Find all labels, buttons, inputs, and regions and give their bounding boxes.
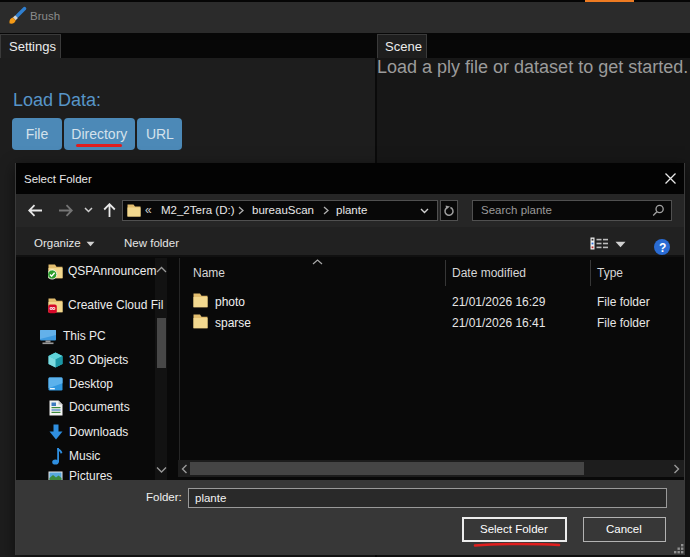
svg-text:∞: ∞ [49,303,55,313]
